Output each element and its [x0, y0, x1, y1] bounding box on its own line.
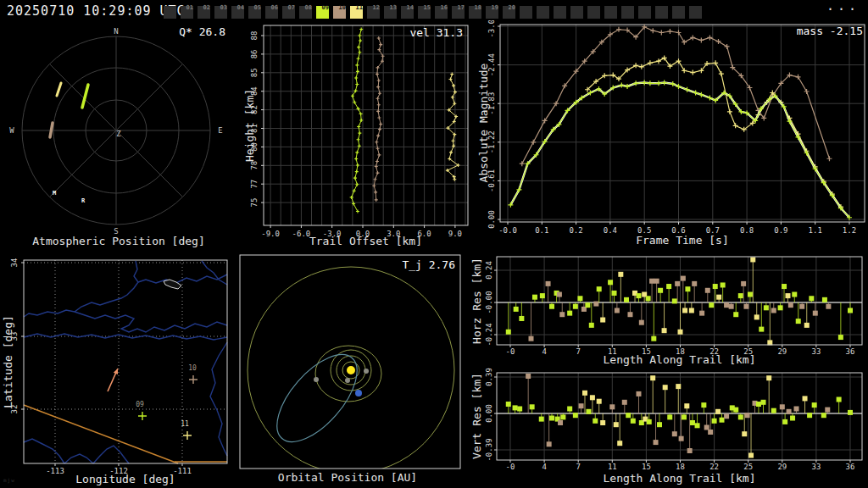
svg-text:25: 25: [743, 463, 753, 471]
orbit-title: Orbital Position [AU]: [233, 471, 462, 484]
orbital-position-panel: T_j 2.76 Orbital Position [AU]: [233, 250, 462, 488]
svg-text:W: W: [9, 126, 14, 135]
lake-outline: [164, 280, 181, 289]
camera-number: 08: [305, 4, 312, 11]
svg-text:-0.39: -0.39: [485, 438, 493, 461]
camera-box-07[interactable]: 07: [282, 6, 295, 19]
camera-box-blank-30[interactable]: [672, 6, 685, 19]
meteoroid-orbit: [263, 341, 371, 455]
camera-number: 02: [203, 4, 210, 11]
vert-res-xlabel: Length Along Trail [km]: [497, 472, 862, 485]
svg-text:4: 4: [542, 463, 546, 471]
svg-text:0.39: 0.39: [485, 368, 493, 386]
trail-offset-panel: -9.0-6.0-3.00.03.06.09.08886858482818078…: [237, 20, 475, 250]
ground-map-plot: 100911-113-112-111343332: [0, 250, 237, 488]
atmospheric-position-panel: NSWEZMR Q* 26.8 Atmospheric Position [de…: [0, 20, 237, 250]
svg-text:22: 22: [709, 463, 719, 471]
camera-number: 13: [390, 4, 397, 11]
trail-series-10: [374, 38, 382, 200]
map-boundary: [210, 342, 227, 456]
overflow-menu[interactable]: ...: [826, 0, 860, 14]
camera-box-blank-27[interactable]: [621, 6, 634, 19]
earth-marker: [355, 390, 362, 396]
camera-box-blank-26[interactable]: [604, 6, 617, 19]
svg-text:85: 85: [250, 68, 259, 77]
svg-text:E: E: [218, 126, 222, 135]
svg-text:7: 7: [576, 463, 580, 471]
camera-box-blank-28[interactable]: [638, 6, 651, 19]
camera-number: 19: [492, 4, 498, 11]
camera-box-blank-23[interactable]: [554, 6, 566, 19]
q-statistic: Q* 26.8: [179, 25, 225, 38]
camera-box-05[interactable]: 05: [248, 6, 261, 19]
tisserand-statistic: T_j 2.76: [402, 258, 455, 271]
svg-text:M: M: [53, 190, 56, 197]
camera-box-15[interactable]: 15: [418, 6, 431, 19]
lightcurve-series-09: [510, 83, 849, 218]
camera-box-10[interactable]: 10: [333, 6, 346, 19]
camera-box-blank-24[interactable]: [570, 6, 583, 19]
light-curve-plot: -0.00.10.20.40.50.60.70.80.91.11.2-3.05-…: [475, 20, 868, 250]
svg-text:-3.05: -3.05: [487, 20, 496, 38]
camera-box-08[interactable]: 08: [299, 6, 312, 19]
camera-box-06[interactable]: 06: [265, 6, 278, 19]
camera-box-blank-22[interactable]: [537, 6, 549, 19]
residuals-panel: -04711151822252933360.24-0.00-0.24-04711…: [466, 250, 868, 488]
camera-box-blank-31[interactable]: [689, 6, 702, 19]
svg-text:10: 10: [188, 364, 197, 372]
camera-number: 04: [237, 4, 244, 11]
camera-box-16[interactable]: 16: [435, 6, 448, 19]
camera-number: 10: [339, 4, 346, 11]
orbital-position-plot: [233, 250, 462, 488]
camera-box-14[interactable]: 14: [401, 6, 414, 19]
svg-text:75: 75: [250, 198, 259, 208]
camera-box-01[interactable]: 01: [181, 6, 193, 19]
map-ylabel: Latitude [deg]: [2, 315, 14, 408]
top-bar: 20250710 10:29:09 UTC 010203040506070809…: [0, 0, 868, 20]
camera-box-blank-25[interactable]: [587, 6, 600, 19]
camera-number: 15: [424, 4, 431, 11]
camera-box-18[interactable]: 18: [469, 6, 481, 19]
magnitude-xlabel: Frame Time [s]: [500, 234, 865, 247]
svg-text:86: 86: [250, 49, 259, 58]
velocity-statistic: vel 31.3: [409, 26, 463, 39]
svg-text:29: 29: [777, 463, 787, 471]
camera-box-blank-21[interactable]: [520, 6, 532, 19]
camera-box-17[interactable]: 17: [452, 6, 465, 19]
camera-number: 09: [322, 4, 329, 11]
atmospheric-position-plot: NSWEZMR: [0, 20, 237, 250]
camera-box-09[interactable]: 09: [316, 6, 329, 19]
map-boundary: [24, 439, 64, 463]
camera-number: 14: [407, 4, 414, 11]
svg-text:0.24: 0.24: [485, 261, 493, 280]
horz-res-xlabel: Length Along Trail [km]: [497, 353, 862, 366]
camera-number: 01: [186, 4, 193, 11]
svg-text:77: 77: [250, 180, 259, 189]
camera-number: 11: [356, 4, 363, 11]
timestamp: 20250710 10:29:09 UTC: [7, 3, 186, 19]
camera-number: 03: [220, 4, 227, 11]
atmospheric-title: Atmospheric Position [deg]: [0, 235, 237, 247]
camera-box-03[interactable]: 03: [214, 6, 227, 19]
trail-xlabel: Trail Offset [km]: [264, 235, 468, 247]
map-boundary: [75, 312, 227, 332]
svg-text:0.00: 0.00: [485, 404, 493, 423]
lightcurve-series-11: [587, 58, 841, 207]
camera-box-blank-29[interactable]: [655, 6, 668, 19]
camera-box-20[interactable]: 20: [503, 6, 515, 19]
map-xlabel: Longitude [deg]: [24, 473, 227, 485]
camera-box-19[interactable]: 19: [486, 6, 498, 19]
svg-text:11: 11: [608, 463, 617, 471]
camera-box-11[interactable]: 11: [350, 6, 363, 19]
camera-box-12[interactable]: 12: [367, 6, 380, 19]
map-boundary: [64, 454, 93, 463]
svg-text:-0.24: -0.24: [485, 323, 493, 346]
camera-box-13[interactable]: 13: [384, 6, 397, 19]
mass-statistic: mass -2.15: [797, 25, 863, 37]
camera-box-blank-0[interactable]: [164, 6, 176, 19]
map-boundary: [24, 261, 138, 317]
residuals-plots: -04711151822252933360.24-0.00-0.24-04711…: [466, 250, 868, 488]
camera-box-02[interactable]: 02: [198, 6, 210, 19]
camera-box-04[interactable]: 04: [231, 6, 244, 19]
horz-res-ylabel: Horz Res [km]: [470, 258, 483, 344]
